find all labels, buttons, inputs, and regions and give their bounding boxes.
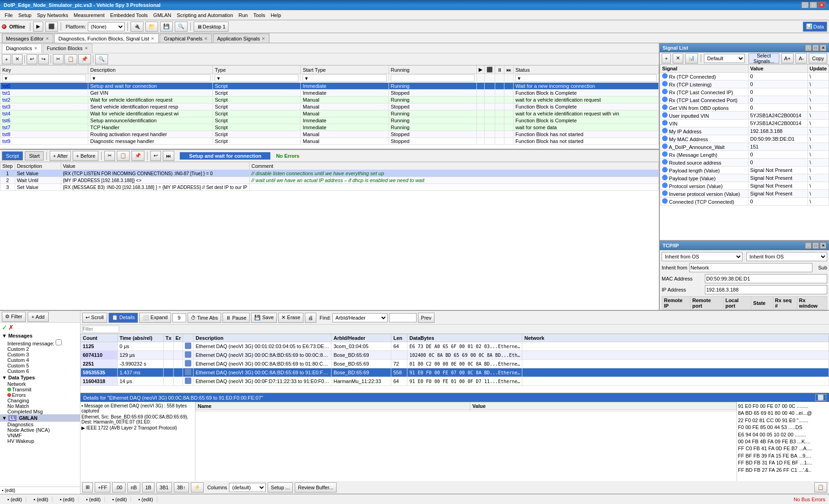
status-edit-1[interactable]: • (edit) bbox=[4, 497, 26, 502]
print-btn[interactable]: 🖨 bbox=[305, 313, 316, 323]
signal-row[interactable]: Rx (Message Length) 0 \ bbox=[660, 151, 829, 159]
subtab-diagnostics[interactable]: Diagnostics ✕ bbox=[2, 44, 42, 53]
toolbar-btn2[interactable]: 📁 bbox=[145, 22, 158, 32]
menu-run[interactable]: Run bbox=[236, 11, 251, 19]
details-btn[interactable]: 📋 Details bbox=[109, 313, 138, 323]
inherit-os-left-dropdown[interactable]: Inherit from OS bbox=[662, 252, 743, 261]
tab-close-app-signals[interactable]: ✕ bbox=[262, 36, 265, 41]
toolbar-btn1[interactable]: 🔌 bbox=[131, 22, 143, 32]
add-button[interactable]: + Add bbox=[28, 312, 49, 322]
script-btn-paste[interactable]: 📌 bbox=[131, 151, 144, 161]
tab-close-graphical[interactable]: ✕ bbox=[204, 36, 208, 41]
signal-list-close[interactable]: ✕ bbox=[820, 45, 826, 51]
minimize-button[interactable]: _ bbox=[801, 2, 809, 8]
script-btn-copy[interactable]: 📋 bbox=[117, 151, 130, 161]
script-btn-cut[interactable]: ✂ bbox=[104, 151, 115, 161]
menu-file[interactable]: File bbox=[2, 11, 16, 19]
signal-row[interactable]: Payload type (Value) Signal Not Present … bbox=[660, 174, 829, 182]
sidebar-edit-label[interactable]: • (edit) bbox=[0, 487, 80, 494]
signal-btn-remove[interactable]: ✕ bbox=[673, 53, 683, 63]
signal-row[interactable]: Inverse protocol version (Value) Signal … bbox=[660, 190, 829, 198]
fb-row[interactable]: tst7 TCP Handler Script Immediate Runnin… bbox=[0, 124, 659, 131]
signal-list-dropdown[interactable]: Default bbox=[704, 54, 745, 63]
fb-btn-cut[interactable]: ✂ bbox=[53, 54, 63, 64]
fb-btn-undo[interactable]: ↩ bbox=[27, 54, 37, 64]
go-button[interactable]: ▶ bbox=[33, 22, 43, 32]
erase-btn[interactable]: ✕ Erase bbox=[278, 313, 303, 323]
tab-app-signals[interactable]: Application Signals ✕ bbox=[213, 34, 269, 43]
fb-table-container[interactable]: Key Description Type Start Type Running … bbox=[0, 65, 659, 149]
toolbar-btn4[interactable]: 🔍 bbox=[175, 22, 188, 32]
signal-row[interactable]: Protocol version (Value) Signal Not Pres… bbox=[660, 182, 829, 190]
tree-item-nomatch[interactable]: No Match bbox=[0, 403, 80, 409]
subtab-function-blocks[interactable]: Function Blocks ✕ bbox=[43, 44, 92, 53]
signal-row[interactable]: Payload length (Value) Signal Not Presen… bbox=[660, 166, 829, 174]
tree-item-custom3[interactable]: Custom 3 bbox=[0, 352, 80, 357]
details-copy-btn[interactable]: 📋 bbox=[814, 482, 827, 493]
subtab-close-fb[interactable]: ✕ bbox=[85, 46, 88, 51]
script-tab-start[interactable]: Start bbox=[25, 151, 44, 160]
msg-table-container[interactable]: Count Time (abs/rel) Tx Er Description A… bbox=[80, 334, 829, 393]
signal-row[interactable]: User inputted VIN 5YJSB1A24C2B00014 \ bbox=[660, 112, 829, 120]
signal-row[interactable]: My MAC Address D0:50:99:3B:DE:D1 \ bbox=[660, 135, 829, 143]
tree-item-custom5[interactable]: Custom 5 bbox=[0, 363, 80, 368]
status-edit-5[interactable]: • (edit) bbox=[109, 497, 131, 502]
tree-item-nca[interactable]: Node Active (NCA) bbox=[0, 427, 80, 433]
ip-address-input[interactable] bbox=[705, 285, 827, 294]
signal-row[interactable]: A_DoIP_Announce_Wait 151 \ bbox=[660, 143, 829, 151]
step-row[interactable]: 1 Set Value {RX (TCP LISTEN FOR INCOMING… bbox=[0, 170, 659, 177]
filter-key[interactable] bbox=[2, 74, 86, 82]
fb-btn-remove[interactable]: ✕ bbox=[12, 54, 23, 64]
mac-address-input[interactable] bbox=[705, 274, 827, 283]
signal-copy-btn[interactable]: Copy bbox=[809, 53, 827, 63]
close-button[interactable]: ✕ bbox=[818, 2, 825, 8]
tree-item-errors[interactable]: Errors bbox=[0, 392, 80, 398]
menu-help[interactable]: Help bbox=[268, 11, 284, 19]
msg-row[interactable]: 2251 -3.990232 s Ethernet DAQ (neoVI 3G)… bbox=[81, 360, 829, 368]
tree-item-vnmf[interactable]: VNMF bbox=[0, 433, 80, 438]
signal-row[interactable]: Rx (TCP Last Connected IP) 0 \ bbox=[660, 88, 829, 96]
fb-row[interactable]: tst9 Diagnostic message handler Script M… bbox=[0, 138, 659, 145]
menu-tools[interactable]: Tools bbox=[251, 11, 268, 19]
details-toolbar-btn3[interactable]: .00 bbox=[112, 482, 126, 493]
inherit-network-input[interactable] bbox=[689, 263, 813, 272]
signal-row[interactable]: Connected (TCP Connected) 0 \ bbox=[660, 198, 829, 206]
msg-row[interactable]: 6074110 129 μs Ethernet DAQ (neoVI 3G) 0… bbox=[81, 351, 829, 360]
data-button[interactable]: 📊 Data bbox=[803, 22, 827, 32]
subtab-close-diag[interactable]: ✕ bbox=[34, 46, 38, 51]
inherit-os-right-dropdown[interactable]: Inherit from OS bbox=[746, 252, 827, 261]
tcpip-close[interactable]: ✕ bbox=[820, 242, 826, 249]
menu-gmlan[interactable]: GMLAN bbox=[150, 11, 174, 19]
setup-btn[interactable]: Setup ... bbox=[268, 482, 293, 493]
filter-status[interactable] bbox=[515, 74, 657, 82]
fb-row[interactable]: tst3 Send vehicle identification request… bbox=[0, 103, 659, 110]
script-btn-undo[interactable]: ↩ bbox=[150, 151, 161, 161]
toolbar-btn3[interactable]: 💾 bbox=[160, 22, 173, 32]
scroll-btn[interactable]: ↩ Scroll bbox=[82, 313, 107, 323]
menu-setup[interactable]: Setup bbox=[16, 11, 34, 19]
signal-font-minus[interactable]: A- bbox=[795, 53, 807, 63]
tree-item-hvwakeup[interactable]: HV Wakeup bbox=[0, 438, 80, 444]
signal-font-plus[interactable]: A+ bbox=[781, 53, 794, 63]
tab-close-diagnostics[interactable]: ✕ bbox=[151, 36, 154, 41]
menu-embedded-tools[interactable]: Embedded Tools bbox=[108, 11, 151, 19]
step-row[interactable]: 3 Set Value {RX (MESSAGE B3) :IN0-20 [19… bbox=[0, 184, 659, 191]
details-expand-btn[interactable]: ⬜ bbox=[815, 394, 826, 401]
details-toolbar-btn8[interactable]: ⚡ bbox=[191, 482, 204, 493]
tcpip-maximize[interactable]: □ bbox=[812, 242, 819, 249]
tab-diagnostics[interactable]: Diagnostics, Function Blocks, Signal Lis… bbox=[54, 34, 159, 43]
signal-row[interactable]: Get VIN from OBD options 0 \ bbox=[660, 104, 829, 112]
signal-row[interactable]: Rx (TCP Connected) 0 \ bbox=[660, 73, 829, 80]
tree-item-diagnostics-gmlan[interactable]: Diagnostics bbox=[0, 422, 80, 427]
platform-dropdown[interactable]: (None) bbox=[88, 22, 125, 31]
count-input[interactable] bbox=[172, 313, 186, 322]
details-toolbar-btn2[interactable]: +FF bbox=[95, 482, 110, 493]
fb-row[interactable]: tst6 Setup announce/identification Scrip… bbox=[0, 117, 659, 124]
fb-btn-copy[interactable]: 📋 bbox=[64, 54, 77, 64]
details-toolbar-btn7[interactable]: 3B↑ bbox=[174, 482, 189, 493]
tree-item-interesting[interactable]: Interesting message: bbox=[0, 339, 80, 346]
script-btn-before[interactable]: + Before bbox=[73, 151, 98, 161]
signal-row[interactable]: Routed source address 0 \ bbox=[660, 159, 829, 166]
signal-btn-add[interactable]: + bbox=[662, 53, 671, 63]
script-btn-toggle[interactable]: ⏭ bbox=[163, 151, 174, 161]
